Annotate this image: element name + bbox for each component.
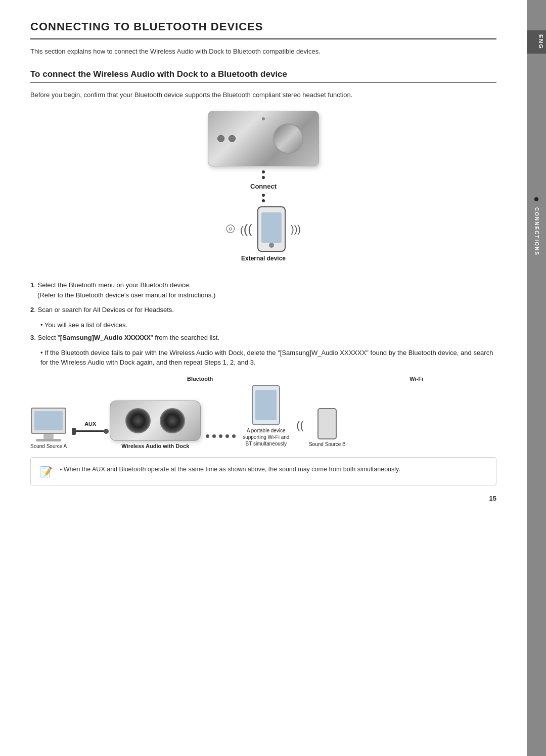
section-heading: To connect the Wireless Audio with Dock …: [30, 69, 496, 83]
small-phone: [317, 408, 337, 439]
bt-wifi-wave: ((: [296, 419, 304, 432]
right-sidebar: ENG CONNECTIONS: [527, 0, 546, 756]
main-content: CONNECTING TO BLUETOOTH DEVICES This sec…: [0, 0, 527, 756]
step-2-bullet: You will see a list of devices.: [40, 320, 496, 330]
before-text: Before you begin, confirm that your Blue…: [30, 91, 496, 99]
connect-dot-3: [262, 194, 265, 197]
bottom-diagram: Bluetooth Wi-Fi Sound Source A AUX: [30, 382, 496, 449]
external-device-label: External device: [241, 255, 286, 262]
instructions-list: 1. Select the Bluetooth menu on your Blu…: [30, 280, 496, 368]
aux-plug-left: [72, 428, 76, 435]
sound-source-b-wrap: Sound Source B: [309, 408, 346, 447]
eng-label: ENG: [527, 30, 546, 54]
page-number: 15: [30, 495, 496, 502]
portable-device-wrap: A portable device supporting Wi-Fi and B…: [241, 385, 291, 447]
aux-wire: [76, 430, 104, 432]
phone-device: [257, 206, 286, 252]
step-2-num: 2: [30, 306, 34, 314]
bluetooth-label: Bluetooth: [187, 376, 213, 382]
instruction-1: 1. Select the Bluetooth menu on your Blu…: [30, 280, 496, 300]
diagram-row: Sound Source A AUX: [30, 385, 496, 449]
note-bullet: ▪: [60, 466, 62, 473]
aux-plug-right: [104, 429, 109, 434]
aux-section: AUX: [72, 421, 109, 435]
top-diagram: Connect ⦾︎ ((( ))) External device: [30, 111, 496, 262]
connect-dots: Connect: [250, 170, 277, 202]
step-1-sub: (Refer to the Bluetooth device's user ma…: [37, 291, 215, 299]
bt-dot-5: [232, 434, 236, 438]
right-section: A portable device supporting Wi-Fi and B…: [241, 385, 345, 449]
connect-dot-1: [262, 170, 265, 173]
intro-text: This section explains how to connect the…: [30, 48, 496, 55]
portable-device-label: A portable device supporting Wi-Fi and B…: [241, 427, 291, 447]
connect-dot-2: [262, 176, 265, 179]
speaker-section: Wireless Audio with Dock: [110, 401, 201, 449]
instruction-3: 3. Select "[Samsung]W_Audio XXXXXX" from…: [30, 333, 496, 343]
step-3-bullet: If the Bluetooth device fails to pair wi…: [40, 348, 496, 368]
connect-label: Connect: [250, 183, 277, 190]
audio-device-illustration: [208, 111, 319, 166]
portable-screen: [255, 390, 277, 420]
speaker-cone-left: [125, 408, 151, 433]
step-3-num: 3: [30, 334, 34, 341]
bt-dot-2: [212, 434, 216, 438]
connections-dot: [534, 197, 538, 201]
computer-monitor: [31, 408, 66, 434]
bt-dots-row: [206, 434, 236, 438]
monitor-screen: [34, 411, 63, 430]
right-top-row: A portable device supporting Wi-Fi and B…: [241, 385, 345, 447]
computer-base: [36, 439, 61, 441]
portable-device: [252, 385, 280, 425]
speaker-cone-right: [160, 408, 185, 433]
device-circle: [273, 123, 303, 154]
connect-dot-4: [262, 199, 265, 202]
phone-screen: [261, 212, 282, 243]
computer-section: Sound Source A: [30, 408, 67, 449]
wifi-label: Wi-Fi: [410, 376, 423, 382]
wireless-audio-label: Wireless Audio with Dock: [121, 443, 189, 449]
note-box: 📝 ▪ When the AUX and Bluetooth operate a…: [30, 457, 496, 485]
device-top-indicator: [262, 117, 265, 120]
wifi-waves-right: ))): [291, 224, 301, 235]
phone-home-button: [269, 243, 274, 248]
speaker-body: [110, 401, 201, 441]
step-1-num: 1: [30, 281, 34, 289]
computer-stand: [43, 434, 54, 439]
external-device-wrapper: ⦾︎ ((( ))): [226, 206, 301, 252]
aux-label: AUX: [84, 421, 96, 427]
note-content: When the AUX and Bluetooth operate at th…: [64, 466, 400, 473]
wifi-bt-symbols: ((: [296, 419, 304, 432]
page-title: CONNECTING TO BLUETOOTH DEVICES: [30, 20, 496, 39]
device-name-bold: [Samsung]W_Audio XXXXXX: [60, 334, 151, 341]
bt-dot-4: [225, 434, 229, 438]
note-text: ▪ When the AUX and Bluetooth operate at …: [60, 465, 400, 474]
note-icon: 📝: [40, 466, 53, 478]
aux-cable: [72, 428, 109, 435]
wifi-waves-left: (((: [240, 221, 252, 237]
bt-dot-3: [219, 434, 222, 438]
bt-dot-1: [206, 434, 209, 438]
connections-label: CONNECTIONS: [527, 192, 546, 261]
sound-source-b-label: Sound Source B: [309, 441, 346, 447]
instruction-2: 2. Scan or search for All Devices or for…: [30, 305, 496, 315]
sound-source-a-label: Sound Source A: [30, 443, 67, 449]
wifi-left-symbol: ⦾︎: [226, 223, 235, 236]
